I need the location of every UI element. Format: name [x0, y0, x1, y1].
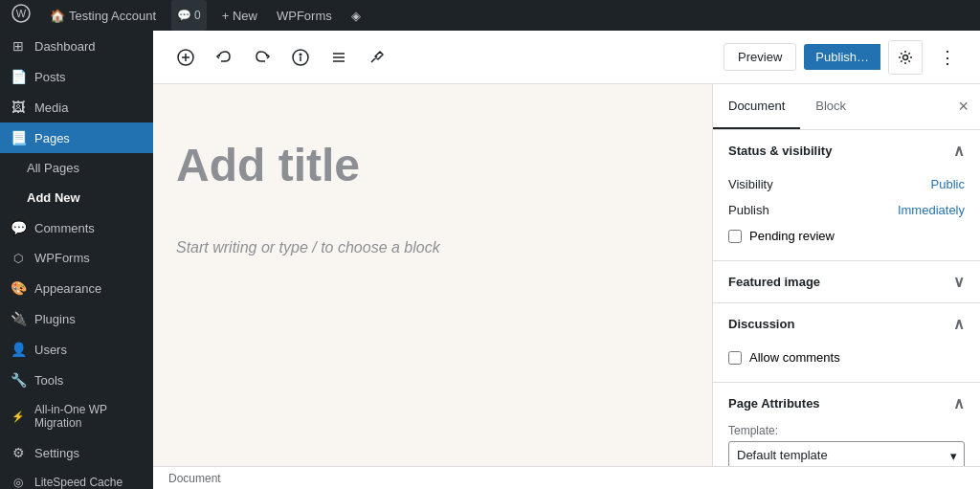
status-visibility-body: Visibility Public Publish Immediately Pe… [713, 171, 980, 260]
document-info-button[interactable] [283, 40, 318, 75]
sidebar-item-media[interactable]: 🖼 Media [0, 92, 153, 122]
template-select-wrapper: Default template [728, 441, 965, 466]
tab-block[interactable]: Block [800, 84, 861, 129]
canvas-inner: Add title Start writing or type / to cho… [176, 130, 689, 264]
litespeed-icon: ◎ [10, 476, 27, 489]
right-panel: Document Block × Status & visibility ∧ V… [712, 84, 980, 466]
wpforms-admin-button[interactable]: WPForms [273, 0, 336, 31]
sidebar-label-users: Users [34, 343, 67, 357]
redo-button[interactable] [245, 40, 279, 75]
page-attributes-header[interactable]: Page Attributes ∧ [713, 383, 980, 424]
discussion-header[interactable]: Discussion ∧ [713, 303, 980, 345]
sidebar-label-pages: Pages [34, 131, 70, 145]
more-options-button[interactable]: ⋮ [930, 40, 965, 75]
editor-area: Preview Publish… ⋮ Add title Start writi… [153, 31, 980, 489]
pending-review-checkbox[interactable] [728, 230, 742, 243]
sidebar-label-dashboard: Dashboard [34, 39, 96, 54]
tab-document[interactable]: Document [713, 84, 800, 129]
discussion-title: Discussion [728, 317, 794, 331]
allow-comments-label: Allow comments [749, 350, 840, 365]
sidebar-label-plugins: Plugins [34, 312, 76, 326]
publish-value[interactable]: Immediately [898, 203, 965, 217]
settings-icon: ⚙ [10, 445, 27, 460]
wp-logo-button[interactable]: W [8, 0, 34, 31]
editor-canvas[interactable]: Add title Start writing or type / to cho… [153, 84, 712, 466]
sidebar-item-add-new[interactable]: Add New [0, 183, 153, 212]
settings-button[interactable] [888, 40, 923, 75]
allow-comments-checkbox[interactable] [728, 351, 742, 365]
comment-icon: 💬 [177, 9, 191, 22]
template-select[interactable]: Default template [728, 441, 965, 466]
sidebar-label-tools: Tools [34, 373, 63, 388]
discussion-body: Allow comments [713, 345, 980, 382]
sidebar-label-appearance: Appearance [34, 281, 101, 296]
template-group: Template: Default template [728, 424, 965, 466]
status-visibility-chevron: ∧ [953, 142, 965, 160]
sidebar-label-wpforms: WPForms [34, 251, 90, 265]
page-attributes-chevron: ∧ [953, 394, 965, 412]
sidebar-label-comments: Comments [34, 221, 95, 235]
sidebar-item-settings[interactable]: ⚙ Settings [0, 437, 153, 468]
sidebar-item-plugins[interactable]: 🔌 Plugins [0, 303, 153, 334]
section-status-visibility: Status & visibility ∧ Visibility Public … [713, 130, 980, 261]
sidebar-item-comments[interactable]: 💬 Comments [0, 212, 153, 243]
undo-button[interactable] [207, 40, 241, 75]
site-name: Testing Account [69, 9, 156, 23]
dashboard-icon: ⊞ [10, 38, 27, 54]
sidebar-item-litespeed[interactable]: ◎ LiteSpeed Cache [0, 468, 153, 489]
performance-button[interactable]: ◈ [347, 0, 365, 31]
sidebar-item-wpforms[interactable]: ⬡ WPForms [0, 243, 153, 273]
template-label: Template: [728, 424, 965, 437]
plugins-icon: 🔌 [10, 311, 27, 326]
list-view-button[interactable] [322, 40, 356, 75]
section-featured-image: Featured image ∨ [713, 261, 980, 303]
new-label: + New [222, 9, 257, 23]
toolbar-right: Preview Publish… ⋮ [724, 40, 965, 75]
panel-close-button[interactable]: × [947, 97, 980, 117]
discussion-chevron: ∧ [953, 315, 965, 333]
sidebar-item-tools[interactable]: 🔧 Tools [0, 365, 153, 395]
preview-button[interactable]: Preview [724, 43, 796, 71]
section-page-attributes: Page Attributes ∧ Template: Default temp… [713, 383, 980, 466]
visibility-row: Visibility Public [728, 171, 965, 197]
sidebar-item-pages[interactable]: 📃 Pages [0, 122, 153, 153]
sidebar-item-all-in-one[interactable]: ⚡ All-in-One WP Migration [0, 395, 153, 437]
publish-label: Publish [728, 203, 769, 217]
visibility-label: Visibility [728, 177, 773, 191]
sidebar-item-posts[interactable]: 📄 Posts [0, 61, 153, 92]
performance-icon: ◈ [351, 9, 361, 23]
pages-submenu: All Pages Add New [0, 153, 153, 212]
comments-button[interactable]: 💬 0 [171, 0, 207, 31]
publish-button-group: Publish… [804, 44, 880, 70]
add-block-button[interactable] [168, 40, 203, 75]
editor-status-bar: Document [153, 466, 980, 489]
page-attributes-body: Template: Default template Order [713, 424, 980, 466]
sidebar-item-all-pages[interactable]: All Pages [0, 153, 153, 183]
publish-row: Publish Immediately [728, 197, 965, 223]
comments-icon: 💬 [10, 220, 27, 235]
site-name-button[interactable]: 🏠 Testing Account [46, 0, 160, 31]
content-field[interactable]: Start writing or type / to choose a bloc… [176, 232, 689, 264]
tools-button[interactable] [360, 40, 394, 75]
title-field[interactable]: Add title [176, 130, 689, 201]
editor-content: Add title Start writing or type / to cho… [153, 84, 980, 466]
main-layout: ⊞ Dashboard 📄 Posts 🖼 Media 📃 Pages All … [0, 31, 980, 489]
sidebar-label-all-in-one: All-in-One WP Migration [34, 403, 144, 430]
sidebar-item-users[interactable]: 👤 Users [0, 334, 153, 365]
sidebar-item-dashboard[interactable]: ⊞ Dashboard [0, 31, 153, 61]
featured-image-chevron: ∨ [953, 273, 965, 291]
featured-image-header[interactable]: Featured image ∨ [713, 261, 980, 302]
all-pages-label: All Pages [27, 161, 79, 175]
status-visibility-header[interactable]: Status & visibility ∧ [713, 130, 980, 171]
publish-main-button[interactable]: Publish… [804, 44, 880, 70]
pending-review-row: Pending review [728, 223, 965, 249]
sidebar-label-settings: Settings [34, 446, 79, 460]
svg-point-11 [903, 55, 908, 59]
svg-point-7 [300, 54, 301, 56]
new-content-button[interactable]: + New [218, 0, 261, 31]
visibility-value[interactable]: Public [931, 177, 965, 191]
sidebar-item-appearance[interactable]: 🎨 Appearance [0, 273, 153, 303]
page-attributes-title: Page Attributes [728, 396, 820, 411]
wpforms-icon: ⬡ [10, 252, 27, 265]
sidebar: ⊞ Dashboard 📄 Posts 🖼 Media 📃 Pages All … [0, 31, 153, 489]
